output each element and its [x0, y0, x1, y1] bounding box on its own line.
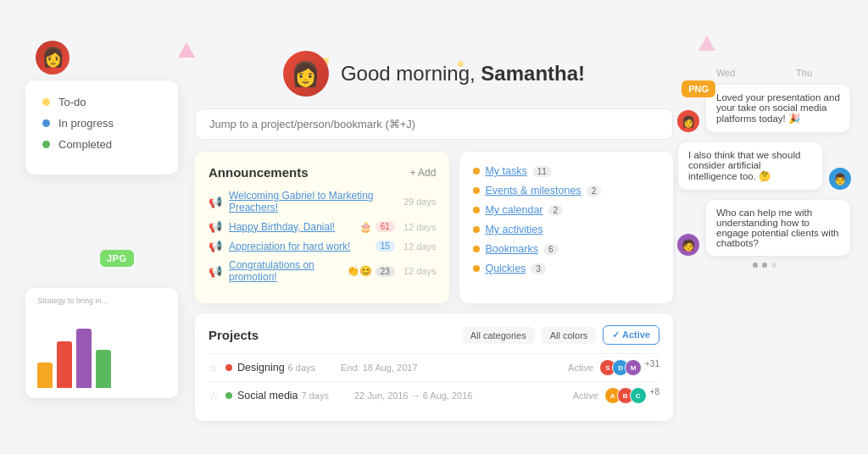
chat-text-1: Loved your presentation and your take on… [716, 92, 840, 124]
png-badge: PNG [682, 80, 715, 97]
activities-panel: My tasks 11 Events & milestones 2 My cal… [459, 152, 673, 303]
ann-icon-4: 📢 [209, 265, 222, 278]
chat-bubble-1: Loved your presentation and your take on… [706, 85, 850, 132]
activity-count-3: 2 [548, 205, 564, 216]
inprogress-dot [42, 119, 50, 127]
activity-link-5[interactable]: Bookmarks [485, 243, 538, 255]
proj-dates-1: End: 18 Aug, 2017 [341, 363, 568, 373]
activity-item-4: My activities [473, 224, 659, 235]
deco-triangle-2 [698, 36, 715, 51]
ann-link-1[interactable]: Welcoming Gabriel to Marketing Preachers… [229, 190, 398, 213]
strategy-text: Strategy to bring in... [37, 296, 108, 305]
proj-dot-1 [225, 364, 232, 371]
ann-days-1: 29 days [403, 197, 437, 207]
chat-row-3: 🧑 Who can help me with understanding how… [677, 200, 851, 256]
proj-dot-2 [225, 392, 232, 399]
announcement-item-2: 📢 Happy Birthday, Danial! 🎂 61 12 days [209, 220, 436, 233]
main-content: 👩 Good morning, Samantha! Announcements … [195, 51, 673, 412]
filter-active[interactable]: ✓ Active [603, 325, 659, 345]
proj-avatar-1c: M [625, 359, 642, 376]
proj-name-1: Designing [237, 362, 285, 374]
activity-link-4[interactable]: My activities [485, 224, 542, 235]
legend-item-todo: To-do [42, 96, 161, 108]
activity-link-6[interactable]: Quickies [485, 263, 526, 274]
legend-item-completed: Completed [42, 138, 161, 151]
checkmark-icon: ✓ [612, 329, 620, 340]
chat-panel: Wed Thu 👩 Loved your presentation and yo… [677, 68, 851, 268]
proj-days-1: 6 days [288, 363, 315, 373]
search-input[interactable] [195, 108, 673, 140]
projects-title: Projects [209, 328, 455, 342]
bar-1 [37, 363, 53, 388]
chat-row-2: 👨 I also think that we should consider a… [677, 142, 851, 190]
chat-text-2: I also think that we should consider art… [688, 150, 800, 181]
greeting-text: Good morning, Samantha! [341, 62, 585, 86]
user-avatar-topleft[interactable]: 👩 [36, 41, 70, 75]
ann-icon-3: 📢 [209, 240, 222, 252]
ann-days-4: 12 days [403, 266, 437, 276]
activity-item-6: Quickies 3 [473, 263, 659, 274]
main-wrapper: 👩 To-do In progress Completed JPG Strate… [0, 0, 868, 454]
activity-dot-5 [473, 246, 480, 252]
ann-link-2[interactable]: Happy Birthday, Danial! [229, 221, 356, 233]
activity-count-1: 11 [532, 166, 552, 177]
star-icon-2[interactable]: ☆ [209, 390, 219, 402]
chat-avatar-3: 🧑 [677, 234, 699, 256]
calendar-header: Wed Thu [677, 68, 851, 78]
star-icon-1[interactable]: ☆ [209, 362, 219, 374]
announcements-title: Announcements [209, 165, 309, 180]
activity-count-6: 3 [531, 263, 546, 274]
proj-status-1: Active [568, 363, 593, 373]
announcement-item-4: 📢 Congratulations on promotion! 👏😊 23 12… [209, 259, 436, 283]
bar-3 [76, 329, 92, 388]
activity-dot-6 [473, 265, 480, 272]
activity-link-1[interactable]: My tasks [485, 165, 526, 177]
proj-name-2: Social media [237, 390, 298, 401]
pdot-1 [753, 263, 758, 268]
proj-days-2: 7 days [302, 390, 329, 401]
chat-avatar-2: 👨 [829, 168, 851, 190]
ann-link-3[interactable]: Appreciation for hard work! [229, 241, 372, 252]
ann-icon-1: 📢 [209, 196, 222, 208]
greeting-avatar: 👩 [283, 51, 329, 97]
add-announcement-button[interactable]: + Add [409, 167, 436, 179]
ann-days-2: 12 days [403, 222, 437, 232]
two-col: Announcements + Add 📢 Welcoming Gabriel … [195, 152, 673, 303]
announcements-panel: Announcements + Add 📢 Welcoming Gabriel … [195, 152, 449, 303]
announcement-item-1: 📢 Welcoming Gabriel to Marketing Preache… [209, 190, 436, 213]
activity-dot-3 [473, 207, 480, 213]
proj-dates-2: 22 Jun, 2016 → 6 Aug, 2016 [354, 390, 573, 401]
greeting-section: 👩 Good morning, Samantha! [195, 51, 673, 97]
cal-day-wed: Wed [716, 68, 735, 78]
pdot-2 [762, 263, 767, 268]
activity-item-5: Bookmarks 6 [473, 243, 659, 255]
chat-messages: 👩 Loved your presentation and your take … [677, 85, 851, 256]
proj-avatar-2c: C [630, 387, 647, 404]
activity-link-3[interactable]: My calendar [485, 204, 542, 216]
proj-count-2: +8 [650, 387, 659, 404]
chart-bars [37, 320, 111, 388]
chat-bubble-3: Who can help me with understanding how t… [706, 200, 850, 256]
jpg-badge: JPG [100, 250, 134, 267]
bar-4 [96, 350, 111, 388]
activity-link-2[interactable]: Events & milestones [485, 185, 581, 197]
todo-label: To-do [58, 96, 86, 108]
activity-dot-1 [473, 168, 480, 174]
inprogress-label: In progress [58, 117, 114, 130]
proj-avatars-2: A B C +8 [609, 387, 659, 404]
completed-label: Completed [58, 138, 112, 151]
chat-avatar-1: 👩 [677, 110, 699, 132]
filter-all-colors[interactable]: All colors [542, 327, 597, 344]
pdot-3 [771, 263, 776, 268]
project-row-2: ☆ Social media 7 days 22 Jun, 2016 → 6 A… [209, 381, 659, 409]
legend-item-inprogress: In progress [42, 117, 161, 130]
proj-count-1: +31 [645, 359, 659, 376]
projects-header: Projects All categories All colors ✓ Act… [209, 325, 659, 345]
deco-triangle-1 [178, 42, 195, 58]
filter-all-categories[interactable]: All categories [462, 327, 535, 344]
ann-badge-3: 15 [376, 241, 395, 252]
chat-text-3: Who can help me with understanding how t… [716, 208, 839, 248]
pagination-dots [677, 263, 851, 268]
activity-item-3: My calendar 2 [473, 204, 659, 216]
ann-link-4[interactable]: Congratulations on promotion! [229, 259, 343, 283]
